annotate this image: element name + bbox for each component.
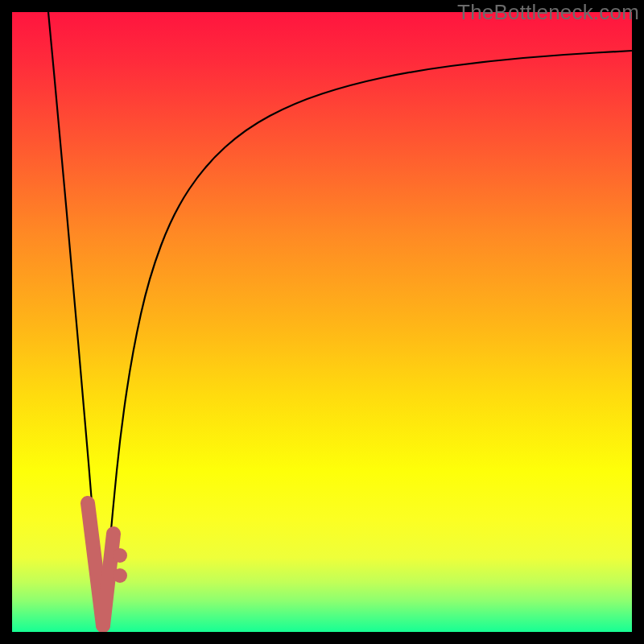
marker-group: [88, 503, 127, 625]
marker-dot: [113, 568, 127, 583]
marker-segment: [103, 534, 114, 625]
bottleneck-curve-right: [103, 51, 632, 625]
chart-svg: [12, 12, 632, 632]
marker-dot: [113, 548, 127, 563]
watermark-text: TheBottleneck.com: [457, 0, 639, 25]
gradient-plot-area: [12, 12, 632, 632]
